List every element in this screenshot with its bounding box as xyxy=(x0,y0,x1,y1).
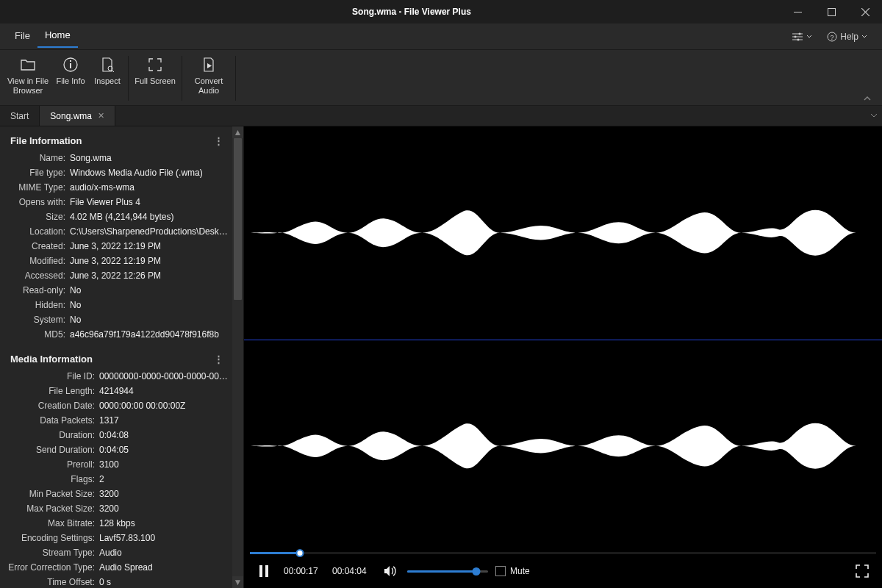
info-row: Duration:0:04:08 xyxy=(7,428,229,442)
info-row: Stream Type:Audio xyxy=(7,545,229,560)
file-info-button[interactable]: File Info xyxy=(51,51,90,105)
mute-checkbox[interactable]: Mute xyxy=(495,566,530,577)
play-pause-button[interactable] xyxy=(254,562,273,581)
info-row: Max Packet Size:3200 xyxy=(7,501,229,516)
info-key: File ID: xyxy=(7,370,99,383)
info-value: No xyxy=(70,298,229,312)
full-screen-button[interactable]: Full Screen xyxy=(132,51,179,105)
info-value: 4214944 xyxy=(99,384,229,398)
info-value: June 3, 2022 12:19 PM xyxy=(70,254,229,268)
info-row: Data Packets:1317 xyxy=(7,413,229,428)
info-key: Time Offset: xyxy=(7,576,99,588)
info-value: a46c96a79f179a4122dd90478f916f8b xyxy=(70,328,229,341)
info-key: Size: xyxy=(7,210,70,223)
settings-button[interactable] xyxy=(784,27,820,46)
info-row: Opens with:File Viewer Plus 4 xyxy=(7,195,229,209)
info-key: Accessed: xyxy=(7,269,70,282)
waveform-left xyxy=(244,126,882,340)
window-close-button[interactable] xyxy=(848,0,882,24)
info-value: C:\Users\SharpenedProductions\Desktop\ xyxy=(70,225,229,238)
tab-overflow-button[interactable] xyxy=(870,110,878,121)
svg-rect-8 xyxy=(70,63,71,68)
chevron-up-icon[interactable] xyxy=(863,95,872,102)
tab-file[interactable]: Song.wma ✕ xyxy=(40,106,115,126)
tab-start[interactable]: Start xyxy=(0,106,40,126)
scroll-up-button[interactable]: ▲ xyxy=(232,126,243,138)
info-key: Name: xyxy=(7,151,70,165)
window-title: Song.wma - File Viewer Plus xyxy=(43,7,781,17)
info-scrollbar[interactable]: ▲ ▼ xyxy=(232,126,243,588)
svg-rect-11 xyxy=(259,565,262,577)
volume-button[interactable] xyxy=(381,562,400,581)
scroll-down-button[interactable]: ▼ xyxy=(232,576,243,588)
info-row: File Length:4214944 xyxy=(7,384,229,398)
inspect-button[interactable]: Inspect xyxy=(90,51,125,105)
volume-slider[interactable] xyxy=(407,570,488,573)
toolbar-ribbon: View in File Browser File Info Inspect F… xyxy=(0,50,882,106)
info-row: Error Correction Type:Audio Spread xyxy=(7,560,229,575)
audio-viewer: 00:00:17 00:04:04 Mute xyxy=(244,126,882,588)
seek-handle[interactable] xyxy=(296,549,304,557)
svg-point-3 xyxy=(795,35,797,37)
info-value: audio/x-ms-wma xyxy=(70,181,229,194)
view-in-file-browser-button[interactable]: View in File Browser xyxy=(4,51,51,105)
info-key: Max Bitrate: xyxy=(7,517,99,530)
info-row: Size:4.02 MB (4,214,944 bytes) xyxy=(7,209,229,224)
menu-bar: File Home ? Help xyxy=(0,24,882,50)
expand-icon xyxy=(855,564,870,578)
info-value: June 3, 2022 12:26 PM xyxy=(70,269,229,282)
help-icon: ? xyxy=(827,32,837,42)
more-icon[interactable]: ⋮ xyxy=(214,135,228,146)
info-value: 0 s xyxy=(99,576,229,588)
info-row: Modified:June 3, 2022 12:19 PM xyxy=(7,254,229,268)
info-key: Duration: xyxy=(7,429,99,442)
more-icon[interactable]: ⋮ xyxy=(214,354,228,365)
info-value: File Viewer Plus 4 xyxy=(70,196,229,209)
info-value: 0000:00:00 00:00:00Z xyxy=(99,399,229,412)
info-key: Hidden: xyxy=(7,298,70,312)
info-key: Created: xyxy=(7,240,70,253)
svg-point-4 xyxy=(797,38,800,40)
title-bar: Song.wma - File Viewer Plus xyxy=(0,0,882,24)
time-total: 00:04:04 xyxy=(332,566,370,576)
info-value: 1317 xyxy=(99,414,229,427)
info-row: Preroll:3100 xyxy=(7,457,229,472)
info-value: 128 kbps xyxy=(99,517,229,530)
maximize-icon xyxy=(828,8,836,16)
info-value: June 3, 2022 12:19 PM xyxy=(70,240,229,253)
window-minimize-button[interactable] xyxy=(781,0,814,24)
svg-rect-0 xyxy=(794,12,802,12)
folder-icon xyxy=(20,57,36,72)
chevron-down-icon xyxy=(861,34,867,40)
convert-audio-button[interactable]: Convert Audio xyxy=(185,51,232,105)
info-key: Opens with: xyxy=(7,196,70,209)
info-key: Send Duration: xyxy=(7,443,99,456)
info-key: Max Packet Size: xyxy=(7,502,99,515)
window-maximize-button[interactable] xyxy=(814,0,848,24)
seek-bar[interactable] xyxy=(250,552,876,554)
svg-rect-9 xyxy=(70,60,71,62)
info-key: Preroll: xyxy=(7,458,99,471)
info-row: Creation Date:0000:00:00 00:00:00Z xyxy=(7,398,229,413)
info-row: Min Packet Size:3200 xyxy=(7,487,229,501)
player-controls: 00:00:17 00:04:04 Mute xyxy=(244,554,882,588)
sliders-icon xyxy=(792,32,803,42)
help-button[interactable]: ? Help xyxy=(820,27,875,46)
info-row: Hidden:No xyxy=(7,298,229,312)
volume-handle[interactable] xyxy=(472,567,480,576)
info-key: Stream Type: xyxy=(7,546,99,559)
tab-close-button[interactable]: ✕ xyxy=(98,111,104,121)
info-value: Audio xyxy=(99,546,229,559)
info-value: 00000000-0000-0000-0000-00000… xyxy=(99,370,229,383)
info-row: Accessed:June 3, 2022 12:26 PM xyxy=(7,268,229,283)
info-value: 3200 xyxy=(99,487,229,501)
info-row: Name:Song.wma xyxy=(7,151,229,165)
menu-home[interactable]: Home xyxy=(37,25,78,48)
scroll-thumb[interactable] xyxy=(234,138,242,300)
fullscreen-player-button[interactable] xyxy=(853,562,872,581)
info-value: 0:04:08 xyxy=(99,429,229,442)
info-row: File type:Windows Media Audio File (.wma… xyxy=(7,165,229,180)
menu-file[interactable]: File xyxy=(7,26,37,47)
info-row: File ID:00000000-0000-0000-0000-00000… xyxy=(7,369,229,384)
info-value: 3100 xyxy=(99,458,229,471)
